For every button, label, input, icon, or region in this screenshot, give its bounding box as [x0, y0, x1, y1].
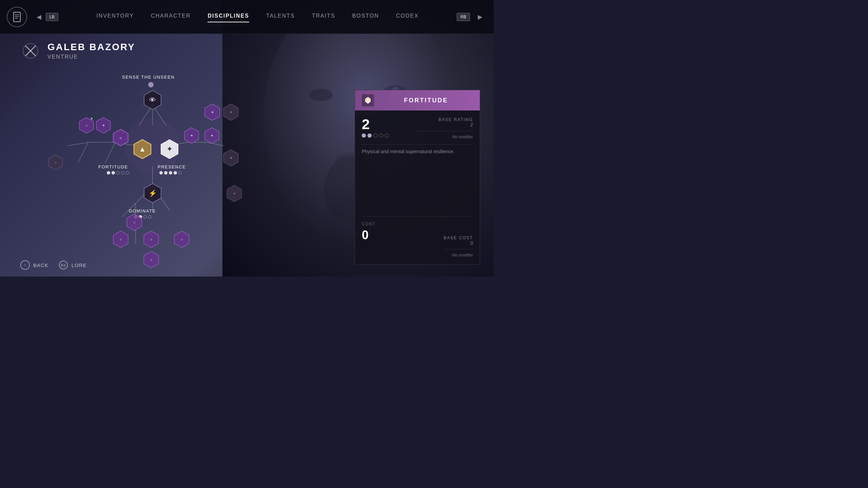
fortitude-dot-1	[107, 171, 110, 175]
branch-node-10[interactable]: ⟐	[125, 214, 143, 231]
panel-modifier: No modifier	[417, 135, 473, 139]
node6-icon: ✦	[211, 134, 214, 138]
panel-cost-label: COST	[362, 222, 473, 226]
panel-cost-section: COST 0 BASE COST 0 No modifier	[362, 216, 473, 258]
panel-rating-row: 2 BASE RATING 2 No modifier	[362, 117, 473, 139]
branch-node-4[interactable]: ⟐	[47, 154, 64, 170]
panel-stat-info: BASE RATING 2 No modifier	[417, 117, 473, 139]
nav-item-talents[interactable]: TALENTS	[266, 13, 295, 21]
node14-icon: ⟐	[150, 258, 153, 262]
presence-node[interactable]: ✦	[159, 139, 180, 159]
node1-icon: ⟐	[85, 123, 88, 127]
branch-node-12[interactable]: ⟐	[142, 230, 160, 248]
presence-dots	[159, 171, 182, 175]
eye-icon: 👁	[149, 96, 156, 104]
nav-item-traits[interactable]: TRAITS	[312, 13, 335, 21]
stat-dot-3	[373, 134, 377, 138]
branch-node-9[interactable]: ✦	[222, 103, 240, 121]
character-name: GALEB BAZORY	[47, 42, 135, 53]
nav-item-disciplines[interactable]: DISCIPLINES	[208, 13, 249, 21]
panel-header-icon	[362, 94, 374, 106]
panel-base-cost-number: 0	[443, 240, 473, 246]
svg-line-18	[68, 142, 88, 146]
panel-stat-value-block: 2	[362, 117, 417, 138]
presence-dot-3	[169, 171, 172, 175]
presence-dot-5	[178, 171, 182, 175]
node11-icon: ⟐	[120, 237, 122, 241]
panel-header: FORTITUDE	[355, 90, 480, 110]
panel-rating-number: 2	[417, 122, 473, 127]
node13-icon: ⟐	[181, 237, 183, 241]
sense-unseen-node[interactable]: 👁	[142, 90, 163, 110]
stat-dot-4	[379, 134, 383, 138]
fortitude-dot-4	[121, 171, 124, 175]
dominate-node[interactable]: ⚡	[142, 183, 163, 203]
node1-rank: II	[91, 117, 93, 120]
nav-item-codex[interactable]: CODEX	[396, 13, 419, 21]
node5-icon: ✦	[190, 134, 193, 138]
dominate-label: DOMINATE	[129, 208, 156, 214]
branch-node-2[interactable]: ✦	[95, 117, 112, 134]
character-clan: VENTRUE	[47, 54, 135, 60]
svg-line-20	[78, 142, 88, 163]
stat-dot-2	[368, 134, 372, 138]
branch-node-15[interactable]: ✦	[225, 185, 243, 202]
skill-tree: 👁 SENSE THE UNSEEN ▲ FORTITUDE ✦ PRESENC…	[34, 68, 271, 264]
node8-icon: ✦	[211, 110, 214, 115]
nav-rb-button[interactable]: RB	[457, 13, 470, 21]
stat-dot-1	[362, 134, 366, 138]
branch-node-8[interactable]: ✦	[203, 103, 221, 121]
branch-node-13[interactable]: ⟐	[173, 230, 191, 248]
panel-description: Physical and mental supernatural resilie…	[362, 148, 473, 155]
fortitude-panel-icon	[364, 96, 372, 104]
branch-node-11[interactable]: ⟐	[112, 230, 130, 248]
back-button[interactable]: ○ BACK	[20, 260, 48, 270]
branch-node-6[interactable]: ✦	[203, 127, 220, 144]
back-label: BACK	[33, 262, 48, 268]
fortitude-dot-3	[116, 171, 120, 175]
nav-right: RB ▶	[457, 12, 487, 22]
lore-button[interactable]: R3 LORE	[59, 260, 87, 270]
stat-dot-5	[385, 134, 389, 138]
lore-icon: R3	[59, 260, 68, 270]
nav-item-character[interactable]: CHARACTER	[151, 13, 191, 21]
character-close-icon[interactable]	[20, 41, 41, 61]
presence-dot-1	[159, 171, 163, 175]
fortitude-dot-5	[126, 171, 129, 175]
nav-item-inventory[interactable]: INVENTORY	[96, 13, 134, 21]
svg-rect-6	[14, 12, 20, 22]
character-info: GALEB BAZORY VENTRUE	[20, 41, 135, 61]
node12-icon: ⟐	[150, 237, 153, 241]
branch-node-14[interactable]: ⟐	[142, 251, 160, 268]
logo-icon	[11, 11, 23, 23]
panel-rating-label: BASE RATING	[417, 117, 473, 122]
node2-icon: ✦	[102, 123, 105, 128]
node4-icon: ⟐	[55, 160, 57, 164]
nav-left-arrow[interactable]: ◀	[34, 12, 44, 22]
panel-cost-row: 0 BASE COST 0 No modifier	[362, 228, 473, 258]
nav-items: INVENTORY CHARACTER DISCIPLINES TALENTS …	[58, 13, 457, 21]
nav-right-arrow[interactable]: ▶	[475, 12, 485, 22]
presence-dot-4	[174, 171, 177, 175]
dominate-dot-3	[143, 215, 147, 219]
panel-divider-1	[417, 131, 473, 131]
panel-stat-dots	[362, 134, 417, 138]
presence-icon: ✦	[166, 145, 173, 154]
panel-base-cost-label: BASE COST	[443, 236, 473, 240]
branch-node-3[interactable]: ⟐	[112, 129, 130, 146]
fortitude-node[interactable]: ▲	[132, 139, 153, 159]
fortitude-dots	[107, 171, 129, 175]
branch-node-5[interactable]: ✦	[183, 127, 200, 144]
node3-icon: ⟐	[119, 135, 122, 140]
svg-point-1	[309, 89, 333, 101]
panel-cost-modifier: No modifier	[443, 253, 473, 258]
branch-node-7[interactable]: ✦	[222, 149, 240, 167]
node7-icon: ✦	[230, 156, 233, 160]
node15-icon: ✦	[233, 191, 236, 196]
panel-body: 2 BASE RATING 2 No modifier Physical and…	[355, 110, 480, 264]
fortitude-icon: ▲	[139, 145, 146, 153]
nav-item-boston[interactable]: BOSTON	[352, 13, 379, 21]
nav-lb-button[interactable]: LB	[46, 13, 58, 21]
node9-icon: ✦	[230, 110, 233, 115]
panel-cost-info: BASE COST 0 No modifier	[443, 236, 473, 258]
